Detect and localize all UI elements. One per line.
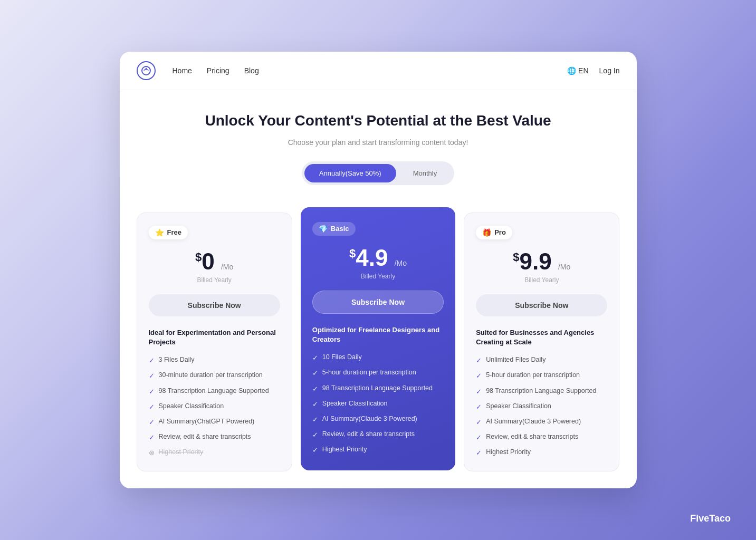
basic-period: /Mo (395, 259, 407, 267)
free-billed: Billed Yearly (149, 276, 280, 284)
free-badge-label: Free (167, 228, 181, 236)
list-item: ✓AI Summary(Claude 3 Powered) (312, 414, 444, 425)
lang-label: EN (578, 66, 588, 75)
plan-basic: 💎 Basic $4.9 /Mo Billed Yearly Subscribe… (301, 207, 455, 470)
pro-badge-icon: 🎁 (482, 228, 491, 237)
navbar: Home Pricing Blog 🌐 EN Log In (120, 52, 637, 90)
logo (137, 61, 156, 80)
list-item: ✓3 Files Daily (149, 355, 280, 365)
list-item: ✓Review, edit & share transcripts (476, 432, 607, 442)
pro-price-row: $9.9 /Mo (476, 250, 607, 273)
logo-icon (137, 61, 156, 80)
toggle-annual[interactable]: Annually(Save 50%) (304, 164, 396, 182)
hero-section: Unlock Your Content's Potential at the B… (120, 90, 637, 212)
cross-icon: ⊗ (149, 448, 155, 458)
check-icon: ✓ (312, 353, 318, 363)
list-item: ✓Highest Priority (476, 448, 607, 458)
pro-billed: Billed Yearly (476, 276, 607, 284)
list-item: ✓Speaker Classification (476, 402, 607, 412)
free-features: ✓3 Files Daily ✓30-minute duration per t… (149, 355, 280, 458)
billing-toggle: Annually(Save 50%) Monthly (137, 161, 620, 185)
list-item: ✓Speaker Classification (149, 402, 280, 412)
check-icon: ✓ (149, 387, 155, 397)
list-item: ✓10 Files Daily (312, 353, 444, 363)
basic-price-row: $4.9 /Mo (312, 246, 444, 269)
nav-blog[interactable]: Blog (244, 66, 259, 75)
svg-point-0 (142, 66, 150, 75)
check-icon: ✓ (312, 446, 318, 455)
lang-icon: 🌐 (567, 66, 576, 75)
pricing-page: Home Pricing Blog 🌐 EN Log In Unlock You… (120, 52, 637, 488)
hero-title: Unlock Your Content's Potential at the B… (137, 111, 620, 130)
plan-free: ⭐ Free $0 /Mo Billed Yearly Subscribe No… (137, 213, 292, 471)
pro-badge: 🎁 Pro (476, 226, 512, 239)
free-period: /Mo (221, 263, 233, 271)
nav-links: Home Pricing Blog (173, 66, 259, 75)
check-icon: ✓ (476, 418, 482, 427)
check-icon: ✓ (312, 415, 318, 425)
basic-price: $4.9 (349, 245, 395, 271)
check-icon: ✓ (149, 402, 155, 412)
pro-price: $9.9 (513, 248, 558, 274)
free-badge: ⭐ Free (149, 226, 188, 239)
check-icon: ✓ (476, 387, 482, 397)
nav-right: 🌐 EN Log In (567, 66, 619, 75)
free-description: Ideal for Experimentation and Personal P… (149, 328, 280, 347)
svg-point-1 (145, 68, 147, 70)
check-icon: ✓ (476, 371, 482, 381)
pro-dollar: $ (513, 250, 519, 264)
list-item: ✓5-hour duration per transcription (312, 368, 444, 378)
list-item: ✓98 Transcription Language Supported (312, 384, 444, 394)
pro-period: /Mo (558, 263, 570, 271)
basic-badge-icon: 💎 (319, 225, 328, 233)
list-item: ✓AI Summary(ChatGPT Powered) (149, 417, 280, 427)
list-item: ✓Review, edit & share transcripts (312, 430, 444, 440)
basic-description: Optimized for Freelance Designers and Cr… (312, 325, 444, 344)
check-icon: ✓ (476, 448, 482, 458)
check-icon: ✓ (312, 369, 318, 378)
free-dollar: $ (195, 250, 202, 264)
check-icon: ✓ (476, 433, 482, 442)
basic-billed: Billed Yearly (312, 273, 444, 280)
basic-features: ✓10 Files Daily ✓5-hour duration per tra… (312, 353, 444, 455)
check-icon: ✓ (476, 402, 482, 412)
nav-home[interactable]: Home (173, 66, 192, 75)
list-item: ✓Highest Priority (312, 445, 444, 455)
basic-dollar: $ (349, 247, 356, 260)
basic-badge-label: Basic (331, 225, 349, 233)
free-subscribe-button[interactable]: Subscribe Now (149, 294, 280, 316)
list-item: ✓5-hour duration per transcription (476, 371, 607, 381)
check-icon: ✓ (149, 418, 155, 427)
check-icon: ✓ (149, 371, 155, 381)
toggle-pill: Annually(Save 50%) Monthly (302, 161, 454, 185)
footer-brand: FiveTaco (680, 508, 741, 532)
list-item: ✓98 Transcription Language Supported (149, 387, 280, 397)
list-item: ✓AI Summary(Claude 3 Powered) (476, 417, 607, 427)
plan-pro: 🎁 Pro $9.9 /Mo Billed Yearly Subscribe N… (464, 213, 619, 471)
check-icon: ✓ (149, 356, 155, 365)
list-item: ✓Unlimited Files Daily (476, 355, 607, 365)
nav-pricing[interactable]: Pricing (207, 66, 229, 75)
check-icon: ✓ (312, 400, 318, 409)
check-icon: ✓ (149, 433, 155, 442)
toggle-monthly[interactable]: Monthly (398, 164, 452, 182)
check-icon: ✓ (476, 356, 482, 365)
language-button[interactable]: 🌐 EN (567, 66, 588, 75)
pro-features: ✓Unlimited Files Daily ✓5-hour duration … (476, 355, 607, 458)
list-item: ⊗Highest Priority (149, 448, 280, 458)
free-price: $0 (195, 248, 221, 274)
free-badge-icon: ⭐ (155, 228, 164, 237)
list-item: ✓Speaker Classification (312, 399, 444, 409)
basic-subscribe-button[interactable]: Subscribe Now (312, 291, 444, 314)
pro-subscribe-button[interactable]: Subscribe Now (476, 294, 607, 316)
login-button[interactable]: Log In (599, 66, 620, 75)
list-item: ✓30-minute duration per transcription (149, 371, 280, 381)
pro-badge-label: Pro (494, 228, 506, 236)
check-icon: ✓ (312, 384, 318, 394)
pricing-grid: ⭐ Free $0 /Mo Billed Yearly Subscribe No… (120, 213, 637, 488)
list-item: ✓98 Transcription Language Supported (476, 387, 607, 397)
hero-subtitle: Choose your plan and start transforming … (137, 138, 620, 147)
basic-badge: 💎 Basic (312, 222, 356, 236)
pro-description: Suited for Businesses and Agencies Creat… (476, 328, 607, 347)
free-price-row: $0 /Mo (149, 250, 280, 273)
